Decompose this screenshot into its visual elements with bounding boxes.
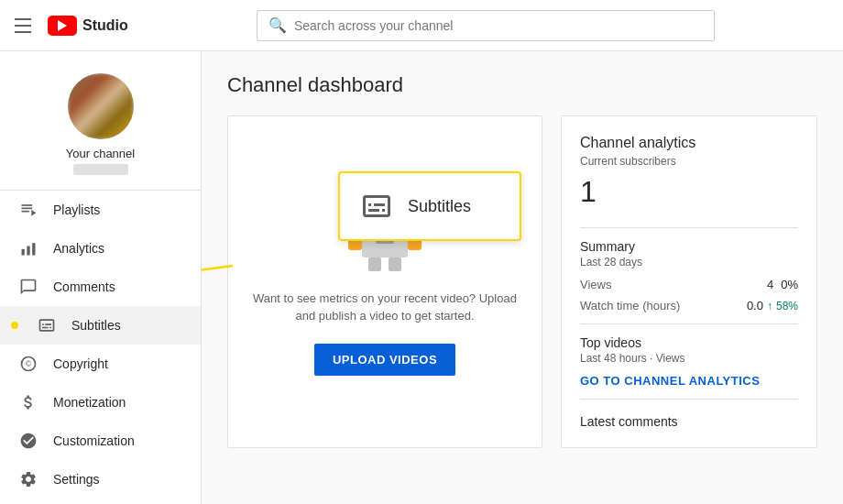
divider-3 <box>580 399 798 400</box>
views-metric-row: Views 4 0% <box>580 278 798 291</box>
sidebar-item-customization[interactable]: Customization <box>0 422 201 460</box>
analytics-icon <box>18 238 38 258</box>
active-indicator <box>11 322 18 329</box>
page-title: Channel dashboard <box>227 73 817 97</box>
sidebar: Your channel Playlists Analytics Comment… <box>0 51 202 504</box>
watch-time-label: Watch time (hours) <box>580 299 680 312</box>
main-content: Channel dashboard Subtitles <box>202 51 843 504</box>
tooltip-label: Subtitles <box>408 197 471 216</box>
channel-handle <box>73 164 128 175</box>
svg-line-9 <box>202 266 233 284</box>
analytics-card: Channel analytics Current subscribers 1 … <box>561 115 817 448</box>
views-suffix: 0% <box>781 278 798 291</box>
top-videos-sub: Last 48 hours · Views <box>580 352 798 365</box>
svg-rect-1 <box>22 208 33 210</box>
tooltip-icon <box>358 188 395 225</box>
svg-rect-5 <box>27 247 29 256</box>
watch-time-arrow: ↑ <box>767 300 772 312</box>
sidebar-item-comments[interactable]: Comments <box>0 268 201 306</box>
divider-2 <box>580 323 798 324</box>
sidebar-item-playlists[interactable]: Playlists <box>0 191 201 229</box>
settings-icon <box>18 469 38 489</box>
watch-time-number: 0.0 <box>747 299 763 312</box>
subtitles-label: Subtitles <box>71 318 121 333</box>
summary-period: Last 28 days <box>580 256 798 268</box>
upload-videos-button[interactable]: UPLOAD VIDEOS <box>314 344 455 376</box>
channel-name: Your channel <box>66 147 135 160</box>
watch-time-pct: 58% <box>776 300 798 312</box>
empty-video-message: Want to see metrics on your recent video… <box>246 290 523 325</box>
svg-text:©: © <box>26 359 31 368</box>
search-input[interactable] <box>294 18 703 33</box>
svg-rect-0 <box>22 204 33 206</box>
sidebar-item-analytics[interactable]: Analytics <box>0 229 201 268</box>
subtitles-tooltip: Subtitles <box>338 171 521 241</box>
playlists-label: Playlists <box>53 203 100 217</box>
copyright-label: Copyright <box>53 356 108 371</box>
subscribers-label: Current subscribers <box>580 155 798 168</box>
sidebar-item-copyright[interactable]: © Copyright <box>0 345 201 383</box>
video-card: Subtitles <box>227 115 542 448</box>
svg-rect-18 <box>389 257 401 271</box>
subtitles-icon <box>37 315 57 335</box>
views-label: Views <box>580 278 611 291</box>
summary-title: Summary <box>580 239 798 254</box>
copyright-icon: © <box>18 354 38 374</box>
analytics-label: Analytics <box>53 241 104 256</box>
search-bar[interactable]: 🔍 <box>257 10 715 41</box>
svg-rect-2 <box>22 211 29 213</box>
tooltip-arrow <box>202 243 242 298</box>
channel-info: Your channel <box>0 51 201 191</box>
divider-1 <box>580 227 798 228</box>
monetization-label: Monetization <box>53 395 126 410</box>
svg-rect-4 <box>22 249 25 256</box>
hamburger-menu-icon[interactable] <box>15 15 37 37</box>
subscriber-count: 1 <box>580 175 798 209</box>
top-videos-title: Top videos <box>580 335 798 350</box>
sidebar-item-monetization[interactable]: Monetization <box>0 383 201 422</box>
dashboard-content: Subtitles <box>227 115 817 448</box>
youtube-icon <box>48 16 77 36</box>
customization-icon <box>18 431 38 451</box>
views-number: 4 <box>767 278 773 291</box>
latest-comments-title: Latest comments <box>580 414 798 429</box>
svg-marker-3 <box>31 210 36 216</box>
monetization-icon <box>18 392 38 412</box>
channel-analytics-link[interactable]: GO TO CHANNEL ANALYTICS <box>580 374 798 388</box>
views-value: 4 0% <box>767 278 798 291</box>
playlists-icon <box>18 200 38 220</box>
studio-label: Studio <box>82 17 128 34</box>
settings-label: Settings <box>53 472 100 487</box>
watch-time-value: 0.0 ↑ 58% <box>747 299 798 312</box>
customization-label: Customization <box>53 433 135 448</box>
comments-label: Comments <box>53 279 115 294</box>
youtube-studio-logo: Studio <box>48 16 128 36</box>
analytics-card-title: Channel analytics <box>580 135 798 151</box>
sidebar-item-settings[interactable]: Settings <box>0 460 201 499</box>
avatar <box>68 73 134 139</box>
comments-icon <box>18 277 38 297</box>
search-icon: 🔍 <box>268 16 287 34</box>
sidebar-item-subtitles[interactable]: Subtitles <box>0 306 201 345</box>
svg-rect-6 <box>32 243 35 255</box>
svg-rect-17 <box>368 257 381 271</box>
watch-time-metric-row: Watch time (hours) 0.0 ↑ 58% <box>580 299 798 312</box>
app-header: Studio 🔍 <box>0 0 843 51</box>
